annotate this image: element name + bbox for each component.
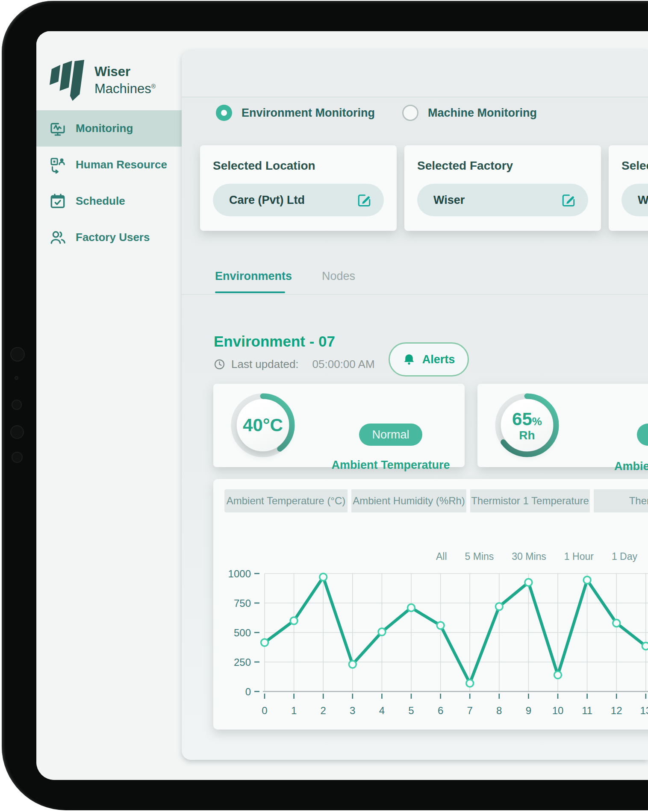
svg-text:6: 6	[438, 705, 443, 716]
gauge-value-circle: 65% Rh	[501, 399, 553, 451]
radio-label: Machine Monitoring	[428, 106, 537, 120]
clock-icon	[214, 359, 225, 370]
main-panel: Environment Monitoring Machine Monitorin…	[182, 50, 648, 760]
monitor-pulse-icon	[49, 120, 66, 137]
sidebar-item-label: Factory Users	[76, 231, 150, 244]
brand-logo: Wiser Machines®	[48, 59, 156, 101]
sidebar-item-label: Monitoring	[76, 122, 133, 135]
card-title: Select	[621, 159, 648, 173]
ambient-temperature-card: 40°C Normal Ambient Temperature	[213, 384, 465, 467]
edit-icon[interactable]	[356, 192, 372, 208]
bell-icon	[403, 353, 415, 366]
svg-text:3: 3	[350, 705, 355, 716]
bezel-camera-dot	[10, 425, 24, 439]
content-tabs: Environments Nodes	[215, 270, 355, 283]
svg-text:10: 10	[552, 705, 564, 716]
temperature-value: 40°C	[243, 415, 283, 435]
svg-text:11: 11	[582, 705, 592, 716]
status-badge: Normal	[637, 424, 648, 446]
svg-text:2: 2	[321, 705, 326, 716]
svg-text:500: 500	[234, 627, 251, 638]
percent-unit: %	[532, 415, 542, 428]
edit-icon[interactable]	[561, 192, 576, 208]
humidity-value: 65%	[512, 409, 542, 430]
series-tab-strip: Ambient Temperature (°C) Ambient Humidit…	[224, 489, 648, 512]
registered-mark: ®	[151, 83, 156, 90]
selected-environment-card: Select Wo	[609, 145, 648, 231]
bezel-camera-dot	[10, 347, 25, 362]
selected-location-card: Selected Location Care (Pvt) Ltd	[200, 145, 397, 231]
sidebar-item-schedule[interactable]: Schedule	[36, 183, 182, 219]
gauge-status-column: Normal Ambient Temperature	[339, 424, 442, 472]
svg-text:9: 9	[526, 705, 531, 716]
tabs-divider	[182, 294, 648, 295]
users-icon	[49, 229, 66, 246]
sidebar-item-factory-users[interactable]: Factory Users	[36, 219, 182, 256]
svg-text:5: 5	[408, 705, 414, 716]
ambient-humidity-card: 65% Rh Normal Ambien	[477, 384, 648, 467]
last-updated-time: 05:00:00 AM	[312, 358, 375, 371]
sidebar: Wiser Machines® Monitoring	[36, 31, 182, 780]
gauges-row: 40°C Normal Ambient Temperature 65%	[213, 384, 648, 467]
calendar-check-icon	[49, 193, 66, 210]
humidity-unit-sub: Rh	[519, 430, 535, 441]
bezel-camera-dot	[12, 400, 22, 410]
series-tab-thermistor-1[interactable]: Thermistor 1 Temperature	[470, 489, 590, 512]
svg-text:750: 750	[234, 597, 251, 609]
sidebar-nav: Monitoring Human Resource	[36, 110, 182, 256]
factory-value: Wiser	[433, 194, 465, 207]
temperature-gauge: 40°C	[230, 393, 295, 458]
gauge-value-circle: 40°C	[237, 399, 289, 451]
app-screen: Wiser Machines® Monitoring	[36, 31, 648, 780]
people-org-icon	[49, 156, 66, 174]
radio-selected-icon[interactable]	[216, 105, 232, 121]
tab-environments[interactable]: Environments	[215, 270, 292, 283]
filter-5-mins[interactable]: 5 Mins	[465, 551, 494, 562]
brand-name-bottom: Machines®	[94, 79, 156, 96]
series-tab-ambient-humidity[interactable]: Ambient Humidity (%Rh)	[351, 489, 466, 512]
radio-machine-monitoring[interactable]: Machine Monitoring	[402, 105, 537, 121]
radio-environment-monitoring[interactable]: Environment Monitoring	[216, 105, 375, 121]
location-value: Care (Pvt) Ltd	[229, 194, 305, 207]
radio-label: Environment Monitoring	[242, 106, 375, 120]
monitoring-mode-toggle: Environment Monitoring Machine Monitorin…	[216, 105, 537, 121]
selected-factory-card: Selected Factory Wiser	[404, 145, 601, 231]
environment-select[interactable]: Wo	[621, 184, 648, 216]
filter-1-day[interactable]: 1 Day	[612, 551, 637, 562]
line-chart: 02505007501000012345678910111213	[230, 565, 648, 727]
sidebar-item-monitoring[interactable]: Monitoring	[36, 110, 182, 147]
location-select[interactable]: Care (Pvt) Ltd	[213, 184, 384, 216]
tab-nodes[interactable]: Nodes	[322, 270, 355, 283]
sidebar-item-human-resource[interactable]: Human Resource	[36, 147, 182, 183]
status-badge: Normal	[359, 424, 422, 446]
filter-1-hour[interactable]: 1 Hour	[564, 551, 594, 562]
gauge-label: Ambient Temperature	[331, 459, 450, 472]
top-header-band	[182, 50, 648, 97]
sidebar-item-label: Schedule	[76, 194, 125, 208]
svg-text:8: 8	[496, 705, 502, 716]
series-tab-ambient-temperature[interactable]: Ambient Temperature (°C)	[224, 489, 348, 512]
filter-30-mins[interactable]: 30 Mins	[512, 551, 546, 562]
bezel-camera-dot	[12, 452, 23, 463]
factory-select[interactable]: Wiser	[417, 184, 588, 216]
last-updated-label: Last updated:	[231, 358, 299, 371]
alerts-button-label: Alerts	[422, 353, 455, 366]
alerts-button[interactable]: Alerts	[389, 342, 469, 377]
time-filter-row: All 5 Mins 30 Mins 1 Hour 1 Day	[224, 551, 637, 562]
brand-name: Wiser Machines®	[94, 64, 156, 96]
sidebar-item-label: Human Resource	[76, 158, 167, 171]
wiser-logo-icon	[48, 59, 87, 101]
svg-text:12: 12	[611, 705, 622, 716]
series-tab-thermistor-2[interactable]: Thermistor 2	[594, 489, 648, 512]
svg-text:7: 7	[467, 705, 473, 716]
chart-card: Ambient Temperature (°C) Ambient Humidit…	[213, 479, 648, 730]
filter-all[interactable]: All	[436, 551, 447, 562]
card-title: Selected Location	[213, 159, 384, 173]
svg-text:0: 0	[245, 686, 251, 697]
environment-value: Wo	[638, 194, 648, 207]
card-title: Selected Factory	[417, 159, 588, 173]
selector-cards-row: Selected Location Care (Pvt) Ltd Selecte…	[200, 145, 648, 231]
radio-unselected-icon[interactable]	[402, 105, 418, 121]
svg-text:0: 0	[262, 705, 267, 716]
svg-text:250: 250	[234, 656, 251, 668]
